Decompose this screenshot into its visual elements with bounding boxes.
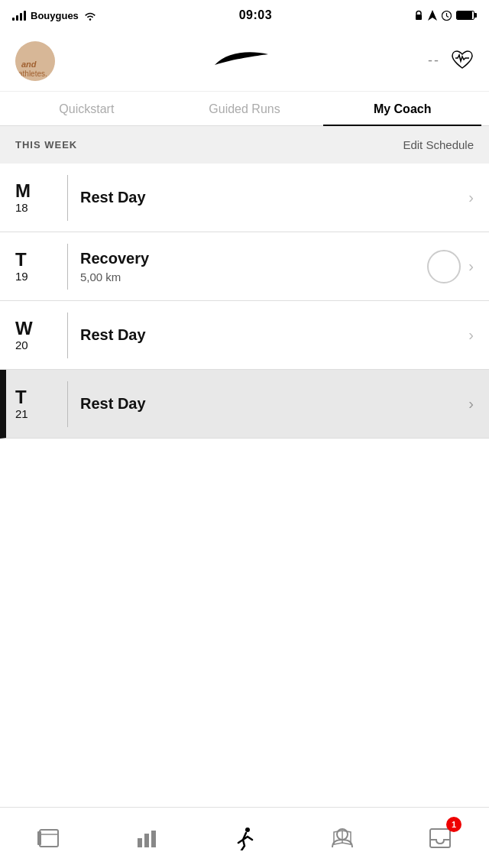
heart-monitor-icon (451, 48, 474, 71)
activity-name: Rest Day (80, 395, 468, 413)
edit-schedule-button[interactable]: Edit Schedule (403, 138, 474, 151)
activity-name: Rest Day (80, 326, 468, 344)
activity-name: Rest Day (80, 189, 468, 206)
chevron-icon: › (468, 395, 474, 413)
carrier-name: Bouygues (31, 10, 79, 21)
svg-rect-14 (151, 831, 156, 847)
item-right-thursday: › (468, 395, 474, 413)
svg-rect-0 (416, 15, 422, 20)
heart-rate-button[interactable] (451, 48, 474, 74)
tab-quickstart[interactable]: Quickstart (8, 92, 166, 125)
svg-rect-13 (144, 834, 149, 847)
nav-item-coach[interactable] (293, 808, 391, 868)
day-info-monday: M 18 (15, 181, 55, 214)
schedule-item-thursday[interactable]: T 21 Rest Day › (0, 370, 489, 439)
item-right-monday: › (468, 189, 474, 206)
stats-icon (134, 826, 159, 850)
schedule-item-monday[interactable]: M 18 Rest Day › (0, 164, 489, 232)
activity-info-tuesday: Recovery 5,00 km (80, 250, 427, 283)
day-info-tuesday: T 19 (15, 250, 55, 283)
day-number: 21 (15, 407, 28, 420)
clock-icon (442, 11, 452, 21)
day-letter: W (15, 319, 33, 338)
nav-item-run[interactable] (196, 808, 293, 868)
activity-name: Recovery (80, 250, 427, 267)
svg-text:and: and (21, 60, 37, 69)
day-info-thursday: T 21 (15, 387, 55, 420)
nav-item-stats[interactable] (98, 808, 196, 868)
chevron-icon: › (468, 189, 474, 206)
svg-rect-11 (37, 831, 41, 845)
bottom-nav: 1 (0, 807, 489, 868)
activity-info-wednesday: Rest Day (80, 326, 468, 344)
status-bar: Bouygues 09:03 (0, 0, 489, 31)
activity-info-monday: Rest Day (80, 189, 468, 206)
svg-text:athletes.: athletes. (18, 70, 47, 78)
day-number: 20 (15, 338, 28, 351)
svg-point-15 (245, 828, 250, 832)
svg-rect-12 (138, 838, 142, 847)
inbox-badge: 1 (446, 817, 461, 832)
battery-icon (456, 11, 477, 20)
status-time: 09:03 (239, 8, 272, 22)
tab-bar: Quickstart Guided Runs My Coach (0, 92, 489, 126)
status-left: Bouygues (12, 10, 97, 21)
schedule-item-wednesday[interactable]: W 20 Rest Day › (0, 301, 489, 370)
avatar-image: and athletes. (15, 41, 55, 81)
svg-line-4 (446, 16, 449, 18)
dash-separator: -- (428, 53, 440, 69)
chevron-icon: › (468, 326, 474, 344)
activity-circle-button[interactable] (427, 250, 461, 283)
item-right-wednesday: › (468, 326, 474, 344)
day-letter: M (15, 181, 31, 201)
week-label: THIS WEEK (15, 139, 77, 151)
day-divider (67, 313, 68, 358)
week-section-header: THIS WEEK Edit Schedule (0, 126, 489, 164)
activity-detail: 5,00 km (80, 270, 427, 283)
nike-logo (211, 48, 272, 74)
chevron-icon: › (468, 257, 474, 275)
day-number: 19 (15, 270, 28, 283)
run-icon (232, 826, 257, 850)
activity-info-thursday: Rest Day (80, 395, 468, 413)
location-icon (428, 10, 437, 21)
coach-icon (330, 826, 355, 850)
day-divider (67, 381, 68, 427)
nav-item-inbox[interactable]: 1 (391, 808, 489, 868)
app-header: and athletes. -- (0, 31, 489, 92)
user-avatar[interactable]: and athletes. (15, 41, 55, 81)
schedule-item-tuesday[interactable]: T 19 Recovery 5,00 km › (0, 232, 489, 301)
signal-bars (12, 10, 26, 21)
journal-icon (37, 826, 61, 850)
day-divider (67, 175, 68, 221)
day-letter: T (15, 387, 27, 407)
day-divider (67, 244, 68, 290)
wifi-icon (83, 10, 97, 21)
day-info-wednesday: W 20 (15, 319, 55, 351)
svg-marker-1 (428, 10, 437, 21)
item-right-tuesday: › (427, 250, 474, 283)
status-right (414, 10, 477, 21)
schedule-list: M 18 Rest Day › T 19 Recovery 5,00 km › … (0, 164, 489, 439)
day-letter: T (15, 250, 27, 270)
lock-icon (414, 10, 423, 21)
nike-swoosh (211, 48, 272, 71)
tab-guided-runs[interactable]: Guided Runs (166, 92, 324, 125)
nav-item-journal[interactable] (0, 808, 98, 868)
day-number: 18 (15, 201, 28, 214)
svg-rect-18 (430, 829, 450, 847)
tab-my-coach[interactable]: My Coach (323, 92, 481, 125)
header-actions: -- (428, 48, 474, 74)
svg-rect-9 (40, 830, 58, 847)
